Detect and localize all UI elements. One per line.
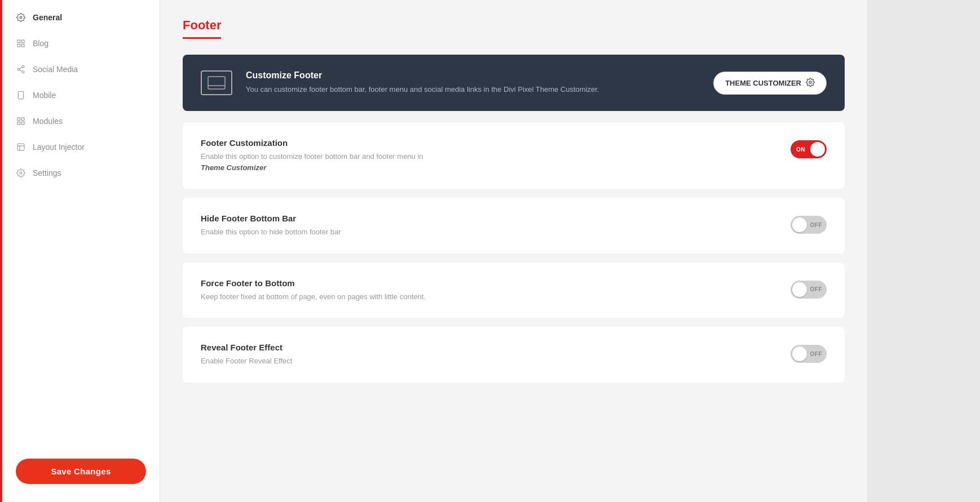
theme-customizer-button[interactable]: THEME CUSTOMIZER — [713, 72, 827, 95]
theme-customizer-gear-icon — [806, 78, 815, 88]
toggle-reveal-footer-knob — [792, 346, 807, 361]
main-content: Footer Customize Footer You can customiz… — [160, 0, 867, 502]
svg-point-7 — [22, 71, 24, 73]
save-button-wrap: Save Changes — [2, 445, 160, 502]
sidebar-item-layout-injector-label: Layout Injector — [33, 143, 85, 152]
sidebar-item-social-media-label: Social Media — [33, 65, 78, 74]
sidebar-item-general[interactable]: General — [2, 5, 160, 30]
setting-footer-customization-desc: Enable this option to customize footer b… — [201, 151, 438, 173]
svg-rect-3 — [21, 44, 24, 47]
sidebar-item-mobile[interactable]: Mobile — [2, 82, 160, 108]
svg-point-0 — [20, 16, 22, 19]
customize-card-description: You can customize footer bottom bar, foo… — [246, 84, 700, 95]
svg-rect-16 — [17, 144, 24, 150]
toggle-hide-footer-label: OFF — [810, 222, 823, 228]
setting-force-footer-bottom-text: Force Footer to Bottom Keep footer fixed… — [201, 278, 426, 303]
share-icon — [16, 64, 26, 74]
toggle-footer-customization-label: ON — [796, 146, 805, 153]
customize-card-heading: Customize Footer — [246, 70, 700, 81]
sidebar-item-layout-injector[interactable]: Layout Injector — [2, 134, 160, 160]
svg-rect-4 — [17, 44, 20, 47]
setting-footer-customization-title: Footer Customization — [201, 138, 438, 148]
setting-hide-footer-bottom-bar-title: Hide Footer Bottom Bar — [201, 214, 341, 223]
right-panel — [867, 0, 980, 502]
settings-gear-icon — [16, 168, 26, 178]
footer-card-icon — [201, 70, 232, 95]
gear-icon — [16, 12, 26, 23]
toggle-footer-customization[interactable]: ON — [791, 140, 827, 158]
setting-reveal-footer-effect: Reveal Footer Effect Enable Footer Revea… — [183, 327, 845, 383]
setting-footer-customization: Footer Customization Enable this option … — [183, 122, 845, 189]
toggle-footer-customization-wrap: ON — [791, 140, 827, 158]
svg-point-5 — [22, 65, 24, 68]
svg-rect-10 — [18, 91, 23, 99]
customize-card-text: Customize Footer You can customize foote… — [246, 70, 700, 95]
toggle-hide-footer-knob — [792, 217, 807, 232]
toggle-reveal-footer-label: OFF — [810, 351, 823, 357]
modules-icon — [16, 116, 26, 126]
setting-hide-footer-bottom-bar-desc: Enable this option to hide bottom footer… — [201, 226, 341, 238]
monitor-icon — [208, 76, 226, 90]
toggle-force-footer-label: OFF — [810, 286, 823, 292]
sidebar-item-social-media[interactable]: Social Media — [2, 56, 160, 82]
toggle-footer-customization-knob — [810, 142, 825, 157]
theme-customizer-label: THEME CUSTOMIZER — [725, 79, 801, 87]
mobile-icon — [16, 90, 26, 100]
sidebar-item-blog[interactable]: Blog — [2, 30, 160, 56]
toggle-force-footer-knob — [792, 282, 807, 297]
sidebar-item-blog-label: Blog — [33, 39, 48, 48]
toggle-hide-footer[interactable]: OFF — [791, 216, 827, 234]
toggle-hide-footer-wrap: OFF — [791, 216, 827, 234]
toggle-reveal-footer[interactable]: OFF — [791, 345, 827, 363]
sidebar-item-settings-label: Settings — [33, 168, 61, 177]
sidebar-item-modules[interactable]: Modules — [2, 108, 160, 134]
svg-rect-12 — [17, 118, 20, 121]
svg-point-17 — [20, 172, 22, 174]
setting-force-footer-bottom: Force Footer to Bottom Keep footer fixed… — [183, 263, 845, 318]
sidebar-item-mobile-label: Mobile — [33, 91, 56, 100]
svg-line-8 — [20, 70, 23, 72]
setting-reveal-footer-effect-desc: Enable Footer Reveal Effect — [201, 356, 292, 367]
setting-force-footer-bottom-desc: Keep footer fixed at bottom of page, eve… — [201, 291, 426, 303]
sidebar-item-settings[interactable]: Settings — [2, 160, 160, 186]
save-changes-button[interactable]: Save Changes — [16, 459, 146, 484]
svg-point-6 — [17, 68, 20, 70]
setting-footer-customization-text: Footer Customization Enable this option … — [201, 138, 438, 173]
svg-point-20 — [809, 81, 811, 83]
setting-hide-footer-bottom-bar-text: Hide Footer Bottom Bar Enable this optio… — [201, 214, 341, 238]
svg-rect-15 — [17, 122, 20, 125]
setting-force-footer-bottom-title: Force Footer to Bottom — [201, 278, 426, 288]
grid-icon — [16, 38, 26, 48]
toggle-force-footer[interactable]: OFF — [791, 281, 827, 299]
sidebar-item-general-label: General — [33, 13, 62, 22]
sidebar-nav: General Blog Social Media Mobile Modules — [2, 0, 160, 445]
layout-icon — [16, 142, 26, 152]
toggle-reveal-footer-wrap: OFF — [791, 345, 827, 363]
setting-hide-footer-bottom-bar: Hide Footer Bottom Bar Enable this optio… — [183, 198, 845, 254]
setting-reveal-footer-effect-text: Reveal Footer Effect Enable Footer Revea… — [201, 343, 292, 367]
customize-footer-card: Customize Footer You can customize foote… — [183, 55, 845, 111]
svg-rect-14 — [21, 122, 24, 125]
svg-rect-18 — [208, 77, 225, 89]
theme-customizer-link: Theme Customizer — [201, 163, 266, 172]
page-title: Footer — [183, 18, 221, 39]
sidebar-item-modules-label: Modules — [33, 117, 63, 126]
sidebar: General Blog Social Media Mobile Modules — [2, 0, 160, 502]
svg-line-9 — [20, 67, 23, 69]
setting-reveal-footer-effect-title: Reveal Footer Effect — [201, 343, 292, 352]
svg-rect-13 — [21, 118, 24, 121]
svg-rect-1 — [17, 40, 20, 43]
svg-rect-2 — [21, 40, 24, 43]
toggle-force-footer-wrap: OFF — [791, 281, 827, 299]
